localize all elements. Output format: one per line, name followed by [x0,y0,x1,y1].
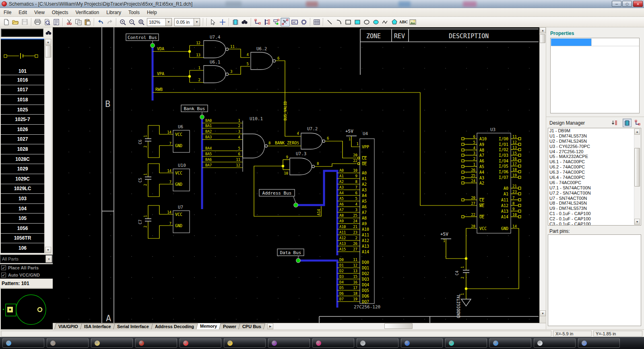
gate-U6.1[interactable] [204,66,225,83]
terminal-square[interactable] [518,187,521,189]
scroll-down-icon[interactable]: ▼ [634,219,640,225]
draw-line-icon[interactable] [325,18,334,27]
terminal-square[interactable] [462,138,464,140]
place-component-icon[interactable] [231,18,240,27]
taskbar-button[interactable] [489,338,531,348]
terminal-square[interactable] [462,199,464,201]
component-item-1029C[interactable]: 1029C [1,174,44,184]
component-item-103[interactable]: 103 [1,194,44,204]
gate-U7.3[interactable] [290,158,312,175]
bus[interactable] [298,261,337,308]
component-item-1025[interactable]: 1025 [1,105,44,115]
scroll-thumb[interactable] [540,34,545,43]
bus-label-stem[interactable] [293,197,296,203]
draw-polyline-icon[interactable] [380,18,390,27]
tab-power[interactable]: Power [219,323,240,329]
terminal-square[interactable] [518,138,521,140]
terminal-square[interactable] [462,216,464,218]
grid-size-combo[interactable]: 0.05 in ▼ [174,18,200,26]
maximize-button[interactable]: ▢ [622,1,632,7]
menu-edit[interactable]: Edit [15,8,31,16]
redo-icon[interactable] [105,18,114,27]
terminal-square[interactable] [462,182,464,184]
menu-verification[interactable]: Verification [72,8,103,16]
component-item-1029LC[interactable]: 1029LC [1,184,44,194]
design-manager-item[interactable]: U9 - DM74LS573N [548,206,641,211]
taskbar-button[interactable] [312,338,354,348]
gate-U7.4[interactable] [204,41,225,58]
component-item-1018[interactable]: 1018 [1,95,44,105]
taskbar-button[interactable] [180,338,221,348]
print-icon[interactable] [33,18,42,27]
crosshair-tool-icon[interactable] [218,18,227,27]
terminal-square[interactable] [462,143,464,146]
component-item-1028C[interactable]: 1028C [1,154,44,164]
component-list-scrollbar[interactable]: ▲ ▼ [45,39,52,253]
scroll-thumb[interactable] [45,45,51,57]
design-manager-item[interactable]: U6.1 - 74AC00PC [548,159,641,164]
scroll-right-icon[interactable]: ▶ [267,323,273,329]
design-manager-item[interactable]: U7.2 - SN74ACT00N [548,191,641,196]
menu-objects[interactable]: Objects [48,8,72,16]
component-item-106[interactable]: 106 [1,243,44,253]
copy-icon[interactable] [74,18,83,27]
net-wire[interactable] [325,141,357,158]
terminal-square[interactable] [462,177,464,179]
component-item-101[interactable]: 101 [1,39,44,75]
place-all-parts-row[interactable]: ✔ Place All Parts [0,264,53,271]
find-component-icon[interactable] [240,18,249,27]
tab-serial-interface[interactable]: Serial Interface [113,323,153,329]
design-manager-item[interactable]: C1 - 0.1uF - CAP100 [548,211,641,216]
terminal-square[interactable] [518,148,521,151]
design-manager-item[interactable]: J1 - DB9M [548,128,641,133]
undo-icon[interactable] [96,18,105,27]
terminal-square[interactable] [518,216,521,218]
component-item-1056[interactable]: 1056 [1,224,44,234]
draw-rectangle-icon[interactable] [343,18,353,27]
place-bus-icon[interactable] [262,18,271,27]
component-search-input[interactable] [1,29,43,37]
update-list-icon[interactable] [610,119,619,127]
place-image-icon[interactable] [408,18,417,27]
terminal-square[interactable] [518,199,521,201]
taskbar-button[interactable] [224,338,266,348]
design-manager-item[interactable]: U8 - DM74LS245N [548,201,641,206]
menu-library[interactable]: Library [103,8,125,16]
cut-icon[interactable] [64,18,74,27]
scroll-thumb[interactable] [634,148,640,187]
draw-ellipse-icon[interactable] [362,18,371,27]
part-pins-list[interactable] [548,234,641,326]
grid-combo-arrow-icon[interactable]: ▼ [194,18,200,26]
design-manager-item[interactable]: U6.2 - 74AC00PC [548,164,641,170]
gate-U10.1[interactable] [243,134,264,158]
taskbar-button[interactable] [135,338,177,348]
terminal-square[interactable] [518,160,521,162]
scroll-down-icon[interactable]: ▼ [45,247,51,253]
terminal-square[interactable] [462,165,464,168]
ground-symbol[interactable] [461,299,471,306]
design-manager-item[interactable]: C3 - 0.1uF - CAP100 [548,222,641,226]
scroll-up-icon[interactable]: ▲ [634,129,640,135]
zoom-out-icon[interactable] [127,18,136,27]
taskbar-button[interactable] [268,338,310,348]
design-manager-item[interactable]: U3 - CY62256-70PC [548,144,641,149]
component-item-1028[interactable]: 1028 [1,144,44,154]
auto-vcc-gnd-checkbox[interactable]: ✔ [1,273,6,277]
terminal-square[interactable] [518,204,521,207]
component-item-1029[interactable]: 1029 [1,164,44,174]
terminal-square[interactable] [518,210,521,212]
component-item-1056TR[interactable]: 1056TR [1,234,44,244]
place-wire-icon[interactable] [253,18,262,27]
component-item-1016[interactable]: 1016 [1,75,44,85]
components-view-icon[interactable] [623,119,632,127]
spreadsheet-icon[interactable] [312,18,321,27]
net-wire[interactable] [446,239,466,259]
select-tool-icon[interactable] [208,18,218,27]
taskbar-button[interactable] [578,338,620,348]
tab-isa-interface[interactable]: ISA Interface [80,323,115,329]
design-manager-item[interactable]: U4 - 27C256-120 [548,149,641,154]
net-wire[interactable] [314,164,357,166]
net-wire[interactable] [466,228,477,259]
terminal-square[interactable] [518,170,521,173]
auto-vcc-gnd-row[interactable]: ✔ Auto VCC/GND [0,271,53,279]
